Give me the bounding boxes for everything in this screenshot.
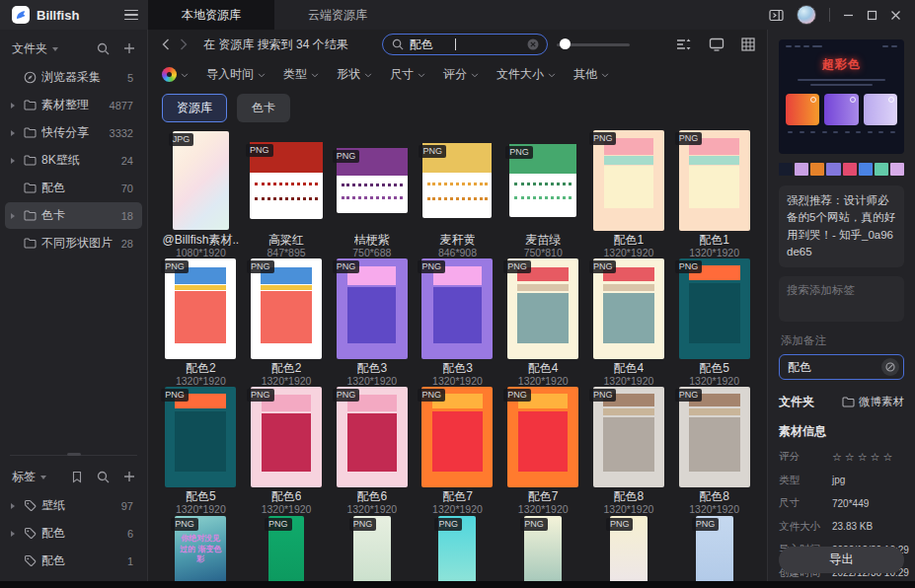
filter-文件大小[interactable]: 文件大小 bbox=[496, 66, 556, 83]
preview-mode-icon[interactable] bbox=[709, 37, 724, 51]
filter-类型[interactable]: 类型 bbox=[283, 66, 319, 83]
expand-caret-icon[interactable] bbox=[10, 530, 19, 538]
expand-caret-icon[interactable] bbox=[10, 502, 19, 510]
grid-card[interactable]: 你绝对没见过的 渐变色彩PNG bbox=[158, 515, 244, 581]
user-avatar[interactable] bbox=[797, 5, 816, 25]
grid-card[interactable]: PNG配色41320*1920 bbox=[500, 258, 586, 387]
asset-filename[interactable]: 强烈推荐：设计师必备的5个网站，真的好用到哭！- 知乎_0a96de65 bbox=[779, 185, 904, 267]
toggle-panel-icon[interactable] bbox=[769, 9, 784, 22]
filter-其他[interactable]: 其他 bbox=[573, 66, 609, 83]
clear-search-icon[interactable] bbox=[526, 37, 540, 51]
grid-card[interactable]: PNG配色11320*1920 bbox=[586, 130, 672, 258]
add-folder-icon[interactable] bbox=[123, 42, 135, 54]
expand-caret-icon[interactable] bbox=[10, 129, 19, 137]
color-swatch[interactable] bbox=[843, 163, 857, 176]
folders-dropdown-icon[interactable] bbox=[52, 47, 58, 51]
sidebar-tag-item[interactable]: 配色1 bbox=[5, 548, 142, 574]
folders-header: 文件夹 bbox=[0, 34, 147, 63]
grid-card[interactable]: PNG配色11320*1920 bbox=[671, 130, 757, 258]
sort-icon[interactable] bbox=[676, 37, 692, 51]
grid-card[interactable]: PNG高粱红847*895 bbox=[244, 130, 330, 258]
search-input[interactable]: 配色 bbox=[382, 34, 548, 55]
sidebar-folder-item[interactable]: 色卡18 bbox=[5, 202, 142, 229]
sidebar-folder-item[interactable]: 不同形状图片28 bbox=[5, 230, 142, 257]
expand-caret-icon[interactable] bbox=[10, 102, 19, 110]
color-swatch[interactable] bbox=[810, 163, 824, 176]
filter-导入时间[interactable]: 导入时间 bbox=[206, 66, 266, 83]
grid-card[interactable]: PNG bbox=[500, 515, 586, 581]
grid-card[interactable]: PNG配色31320*1920 bbox=[415, 258, 500, 387]
sidebar-folder-item[interactable]: 快传分享3332 bbox=[5, 119, 142, 146]
minimize-icon[interactable] bbox=[843, 10, 854, 21]
info-value[interactable]: ☆☆☆☆☆ bbox=[832, 451, 895, 464]
color-swatch[interactable] bbox=[859, 163, 873, 176]
grid-card[interactable]: PNG bbox=[244, 515, 330, 581]
grid-card[interactable]: PNG bbox=[586, 515, 672, 581]
folder-link[interactable]: 微博素材 bbox=[842, 395, 904, 409]
sidebar-folder-item[interactable]: 浏览器采集5 bbox=[5, 64, 142, 91]
grid-card[interactable]: PNG麦秆黄846*908 bbox=[415, 130, 500, 258]
sidebar-folder-item[interactable]: 配色70 bbox=[5, 175, 142, 201]
grid-card[interactable]: PNG配色71320*1920 bbox=[415, 387, 500, 515]
filter-评分[interactable]: 评分 bbox=[443, 66, 479, 83]
tags-header: 标签 bbox=[0, 462, 147, 491]
grid-card[interactable]: PNG配色61320*1920 bbox=[329, 387, 415, 515]
sidebar-tag-item[interactable]: 壁纸97 bbox=[5, 492, 142, 519]
close-icon[interactable] bbox=[890, 10, 901, 21]
grid-card[interactable]: PNG配色51320*1920 bbox=[158, 387, 244, 515]
sidebar-tag-item[interactable]: 配色6 bbox=[5, 520, 142, 547]
add-tag-icon[interactable] bbox=[123, 471, 135, 482]
color-swatch[interactable] bbox=[890, 163, 904, 176]
sidebar-folder-item[interactable]: 素材整理4877 bbox=[5, 92, 142, 118]
view-button-资源库[interactable]: 资源库 bbox=[162, 94, 227, 122]
note-input-placeholder[interactable]: 添加备注 bbox=[779, 331, 904, 354]
sidebar-folder-item[interactable]: 8K壁纸24 bbox=[5, 147, 142, 174]
note-action-icon[interactable] bbox=[881, 358, 899, 376]
grid-card[interactable]: PNG配色51320*1920 bbox=[671, 258, 757, 387]
tab-本地资源库[interactable]: 本地资源库 bbox=[148, 0, 274, 30]
note-input[interactable]: 配色 bbox=[779, 354, 904, 380]
back-icon[interactable] bbox=[162, 38, 170, 50]
tag-search-input[interactable]: 搜索添加标签 bbox=[779, 276, 904, 322]
grid-card[interactable]: PNG配色21320*1920 bbox=[244, 258, 330, 387]
grid-card[interactable]: PNG bbox=[329, 515, 415, 581]
grid-card[interactable]: PNG配色71320*1920 bbox=[500, 387, 586, 515]
preview-image[interactable]: 超彩色 bbox=[779, 39, 904, 154]
grid-card[interactable]: PNG配色81320*1920 bbox=[586, 387, 672, 515]
grid-card[interactable]: PNG bbox=[671, 515, 757, 581]
tab-云端资源库[interactable]: 云端资源库 bbox=[274, 0, 401, 30]
tag-search-icon[interactable] bbox=[97, 471, 110, 483]
maximize-icon[interactable] bbox=[867, 10, 877, 21]
grid-card[interactable]: PNG配色31320*1920 bbox=[329, 258, 415, 387]
grid-card[interactable]: PNG配色81320*1920 bbox=[671, 387, 757, 515]
export-button[interactable]: 导出 bbox=[779, 547, 904, 573]
sidebar-divider[interactable] bbox=[10, 455, 137, 456]
color-swatch[interactable] bbox=[875, 163, 888, 176]
zoom-slider-knob[interactable] bbox=[560, 38, 571, 49]
view-button-色卡[interactable]: 色卡 bbox=[237, 94, 290, 122]
grid-card[interactable]: PNG麦苗绿750*810 bbox=[500, 130, 586, 258]
grid-card[interactable]: JPG@Billfish素材..1080*1920 bbox=[158, 130, 244, 258]
grid-card[interactable]: PNG bbox=[415, 515, 500, 581]
expand-caret-icon[interactable] bbox=[10, 212, 19, 220]
grid-card[interactable]: PNG桔梗紫750*688 bbox=[329, 130, 415, 258]
asset-name: 桔梗紫 bbox=[354, 234, 390, 247]
expand-caret-icon[interactable] bbox=[10, 157, 19, 165]
folder-search-icon[interactable] bbox=[97, 42, 110, 55]
forward-icon[interactable] bbox=[180, 38, 188, 50]
color-swatch[interactable] bbox=[795, 163, 808, 176]
zoom-slider[interactable] bbox=[557, 43, 630, 46]
grid-card[interactable]: PNG配色61320*1920 bbox=[244, 387, 330, 515]
menu-icon[interactable] bbox=[124, 10, 138, 21]
filter-形状[interactable]: 形状 bbox=[337, 66, 372, 83]
grid-view-icon[interactable] bbox=[741, 37, 755, 51]
tags-dropdown-icon[interactable] bbox=[40, 476, 46, 479]
folder-label: 不同形状图片 bbox=[41, 235, 113, 252]
grid-card[interactable]: PNG配色41320*1920 bbox=[586, 258, 672, 387]
grid-card[interactable]: PNG配色21320*1920 bbox=[158, 258, 244, 387]
filter-尺寸[interactable]: 尺寸 bbox=[390, 66, 425, 83]
color-swatch[interactable] bbox=[779, 163, 793, 176]
color-swatch[interactable] bbox=[826, 163, 840, 176]
bookmark-icon[interactable] bbox=[71, 471, 83, 483]
color-filter[interactable] bbox=[162, 67, 189, 82]
